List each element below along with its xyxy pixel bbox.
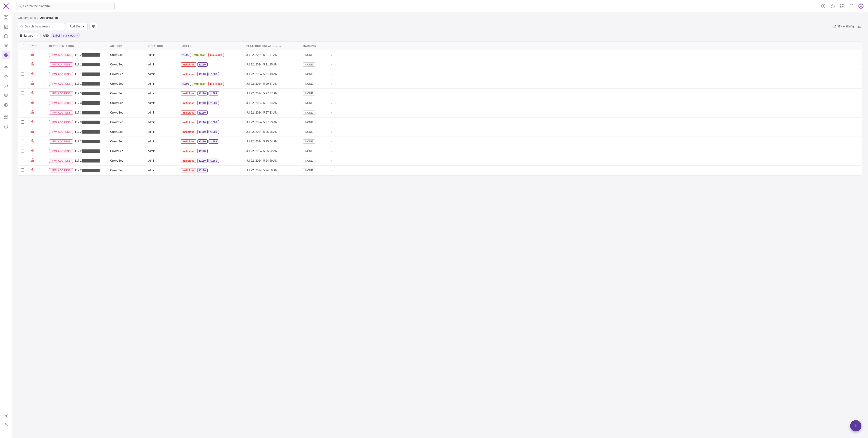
row-expand-icon[interactable]: › [331, 92, 332, 95]
row-checkbox-3[interactable] [21, 82, 24, 85]
label-chip: malicious [181, 110, 196, 115]
label-chip: malicious [181, 168, 196, 172]
row-expand-icon[interactable]: › [331, 53, 332, 57]
row-checkbox-12[interactable] [21, 168, 24, 172]
sidebar-item-diamond[interactable] [2, 72, 10, 81]
row-checkbox-4[interactable] [21, 92, 24, 95]
select-all-col[interactable] [18, 42, 28, 50]
threat-icon [30, 63, 34, 67]
results-search-input[interactable] [25, 25, 60, 28]
marking-badge: NONE [303, 139, 315, 143]
sidebar-item-stack[interactable] [2, 132, 10, 140]
sidebar-item-layers[interactable] [2, 41, 10, 50]
row-expand-icon[interactable]: › [331, 111, 332, 114]
select-all-checkbox[interactable] [21, 44, 24, 47]
author-cell: CrowdSec [107, 69, 145, 79]
label-filter-close[interactable]: ✕ [76, 34, 78, 37]
user-avatar[interactable] [858, 3, 864, 9]
col-platform[interactable]: PLATFORM CREATIO... ▲ [244, 42, 300, 50]
fab-add-button[interactable]: + [850, 420, 861, 431]
apps-icon[interactable] [839, 3, 845, 9]
row-expand-icon[interactable]: › [331, 63, 332, 66]
sidebar-item-profile[interactable] [2, 420, 10, 429]
row-expand-icon[interactable]: › [331, 101, 332, 105]
entity-filter-close[interactable]: ✕ [37, 34, 39, 37]
sidebar-item-reports[interactable] [2, 23, 10, 31]
sidebar-item-grid[interactable] [2, 113, 10, 122]
label-filter-label: Label = malicious [53, 34, 75, 37]
svg-point-71 [32, 132, 33, 133]
sidebar-item-settings[interactable] [2, 412, 10, 420]
row-expand-icon[interactable]: › [331, 82, 332, 86]
sidebar-item-analysis[interactable] [2, 63, 10, 72]
svg-rect-21 [7, 118, 8, 119]
row-expand-icon[interactable]: › [331, 130, 332, 134]
download-button[interactable] [856, 23, 862, 30]
filter-icon [92, 25, 95, 28]
row-expand-cell[interactable]: › [328, 50, 862, 60]
row-expand-cell[interactable]: › [328, 108, 862, 117]
ipv4-type-chip: IPV4 ADDRESS [49, 82, 73, 86]
row-checkbox-6[interactable] [21, 111, 24, 114]
row-checkbox-2[interactable] [21, 72, 24, 75]
sidebar-item-tools[interactable] [2, 82, 10, 90]
row-expand-cell[interactable]: › [328, 127, 862, 137]
add-filter-button[interactable]: Add filter ▼ [67, 23, 88, 30]
row-expand-icon[interactable]: › [331, 120, 332, 124]
label-filter-chip[interactable]: Label = malicious ✕ [51, 33, 80, 38]
row-expand-cell[interactable]: › [328, 166, 862, 175]
table-header-row: TYPE REPRESENTATION AUTHOR CREATORS LABE… [18, 42, 862, 50]
timer-icon[interactable] [830, 3, 836, 9]
global-search-bar[interactable] [16, 2, 115, 10]
row-expand-icon[interactable]: › [331, 159, 332, 163]
row-checkbox-8[interactable] [21, 130, 24, 133]
breadcrumb-parent[interactable]: Observations [18, 16, 36, 20]
row-expand-cell[interactable]: › [328, 60, 862, 69]
breadcrumb: Observations / Observables [18, 16, 862, 20]
row-checkbox-1[interactable] [21, 63, 24, 66]
marking-badge: NONE [303, 62, 315, 67]
row-expand-cell[interactable]: › [328, 137, 862, 146]
row-checkbox-7[interactable] [21, 120, 24, 124]
row-checkbox-11[interactable] [21, 159, 24, 162]
sidebar-item-block[interactable] [2, 123, 10, 131]
svg-point-74 [32, 142, 33, 142]
notification-icon[interactable] [848, 3, 855, 9]
ipv4-type-chip: IPV4 ADDRESS [49, 62, 73, 67]
author-cell: CrowdSec [107, 117, 145, 127]
sidebar-item-dashboard[interactable] [2, 13, 10, 22]
sidebar-item-data[interactable] [2, 91, 10, 100]
filter-toggle-button[interactable] [90, 23, 97, 30]
row-checkbox-5[interactable] [21, 101, 24, 104]
row-checkbox-0[interactable] [21, 53, 24, 56]
row-expand-cell[interactable]: › [328, 117, 862, 127]
row-expand-icon[interactable]: › [331, 168, 332, 172]
row-expand-cell[interactable]: › [328, 156, 862, 166]
global-search-input[interactable] [23, 4, 112, 8]
creators-cell: admin [145, 166, 178, 175]
sidebar-expand[interactable]: › [2, 430, 10, 436]
platform-creation-cell: Jul 22, 2024, 5:31:31 AM [244, 50, 300, 60]
row-expand-cell[interactable]: › [328, 146, 862, 156]
sidebar-item-cases[interactable] [2, 32, 10, 40]
results-search-bar[interactable] [18, 23, 65, 30]
entity-type-filter-chip[interactable]: Entity type = ✕ [18, 33, 41, 38]
sidebar-item-observables[interactable] [2, 51, 10, 59]
row-expand-icon[interactable]: › [331, 72, 332, 76]
row-expand-cell[interactable]: › [328, 69, 862, 79]
app-logo[interactable] [2, 2, 10, 10]
row-expand-cell[interactable]: › [328, 79, 862, 89]
label-chip: malicious [181, 149, 196, 153]
row-expand-cell[interactable]: › [328, 89, 862, 98]
labels-cell: malicioust1110 [178, 166, 244, 175]
row-expand-cell[interactable]: › [328, 98, 862, 108]
marking-cell: NONE [300, 108, 328, 117]
row-expand-icon[interactable]: › [331, 149, 332, 153]
marking-badge: NONE [303, 149, 315, 153]
sidebar-item-globe[interactable] [2, 101, 10, 109]
row-checkbox-9[interactable] [21, 140, 24, 143]
row-checkbox-10[interactable] [21, 149, 24, 153]
row-expand-icon[interactable]: › [331, 140, 332, 143]
platform-creation-cell: Jul 22, 2024, 5:31:13 AM [244, 69, 300, 79]
upload-icon[interactable] [820, 3, 827, 9]
